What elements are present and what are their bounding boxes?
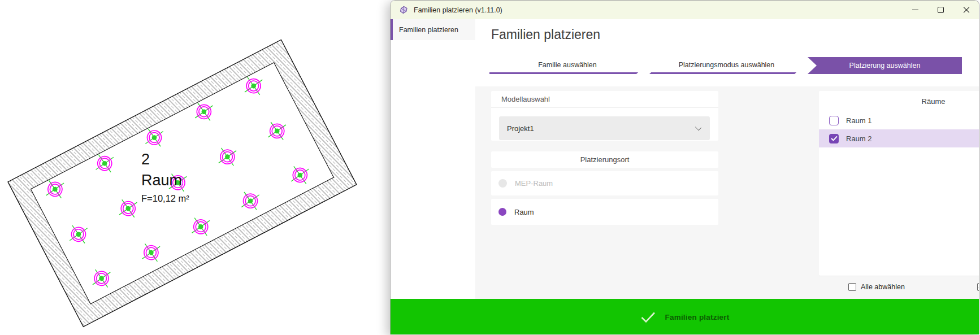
step-label: Familie auswählen xyxy=(538,61,597,69)
room-number: 2 xyxy=(141,151,150,168)
checkbox-checked-icon[interactable] xyxy=(829,134,839,143)
room-item-label: Raum 2 xyxy=(846,134,872,143)
window-controls xyxy=(903,1,979,19)
model-select-value: Projekt1 xyxy=(507,124,534,133)
deselect-all-checkbox[interactable] xyxy=(848,283,856,291)
model-select-dropdown[interactable]: Projekt1 xyxy=(499,116,710,140)
check-icon xyxy=(640,311,656,323)
deselect-all-control[interactable]: Alle abwählen xyxy=(848,283,905,291)
dialog-familien-platzieren: Familien platzieren (v1.11.0) Familien p… xyxy=(390,0,979,334)
close-icon xyxy=(963,7,970,14)
step-platzierungsmodus-auswaehlen[interactable]: Platzierungsmodus auswählen xyxy=(649,57,804,74)
chevron-down-icon xyxy=(695,124,701,130)
wizard-steps: Familie auswählen Platzierungsmodus ausw… xyxy=(391,57,979,74)
radio-label: Raum xyxy=(514,208,534,216)
radio-icon-disabled xyxy=(498,179,507,188)
model-select-header: Modellauswahl xyxy=(491,91,718,108)
radio-option-raum[interactable]: Raum xyxy=(491,199,718,225)
minimize-button[interactable] xyxy=(903,1,928,19)
step-familie-auswaehlen[interactable]: Familie auswählen xyxy=(489,57,645,74)
radio-option-mep-raum: MEP-Raum xyxy=(491,171,718,195)
room-name: Raum xyxy=(141,172,182,189)
rooms-header: Räume xyxy=(819,91,979,111)
maximize-button[interactable] xyxy=(928,1,953,19)
room-list-item-raum-2[interactable]: Raum 2 xyxy=(819,129,979,147)
room-area: F=10,12 m² xyxy=(141,193,189,203)
maximize-icon xyxy=(938,7,944,13)
radio-label: MEP-Raum xyxy=(515,179,553,188)
gem-icon xyxy=(399,5,409,15)
window-title: Familien platzieren (v1.11.0) xyxy=(414,6,502,14)
rooms-panel: Räume Raum 1 Raum 2 xyxy=(819,91,979,276)
room-list-item-raum-1[interactable]: Raum 1 xyxy=(819,111,979,129)
sidebar-tab-label: Familien platzieren xyxy=(399,26,458,34)
checkbox-unchecked-icon[interactable] xyxy=(829,116,839,125)
step-label: Platzierungsmodus auswählen xyxy=(679,61,775,69)
close-button[interactable] xyxy=(953,1,979,19)
step-label: Platzierung auswählen xyxy=(849,62,921,69)
titlebar[interactable]: Familien platzieren (v1.11.0) xyxy=(391,1,979,19)
deselect-all-label: Alle abwählen xyxy=(861,283,905,291)
sidebar-tab-familien-platzieren[interactable]: Familien platzieren xyxy=(391,19,475,40)
radio-icon-selected xyxy=(498,208,506,216)
floor-plan-canvas[interactable]: 2 Raum F=10,12 m² xyxy=(0,0,390,335)
select-all-checkbox[interactable] xyxy=(977,283,979,291)
screen: 2 Raum F=10,12 m² Familien platzieren (v… xyxy=(0,0,980,335)
page-title: Familien platzieren xyxy=(491,27,600,42)
select-all-control[interactable]: Alle wählen xyxy=(977,283,979,291)
status-label: Familien platziert xyxy=(665,313,730,321)
minimize-icon xyxy=(912,10,918,10)
model-select-card: Modellauswahl Projekt1 xyxy=(491,91,718,141)
status-bar-familien-platziert[interactable]: Familien platziert xyxy=(391,299,979,334)
content-section: Modellauswahl Projekt1 Platzierungsort M… xyxy=(475,86,979,299)
room-walls xyxy=(8,40,357,327)
room-item-label: Raum 1 xyxy=(846,116,872,125)
step-platzierung-auswaehlen[interactable]: Platzierung auswählen xyxy=(808,57,962,74)
select-controls-row: Alle abwählen Alle wählen xyxy=(819,280,979,294)
placement-location-header: Platzierungsort xyxy=(491,151,718,168)
